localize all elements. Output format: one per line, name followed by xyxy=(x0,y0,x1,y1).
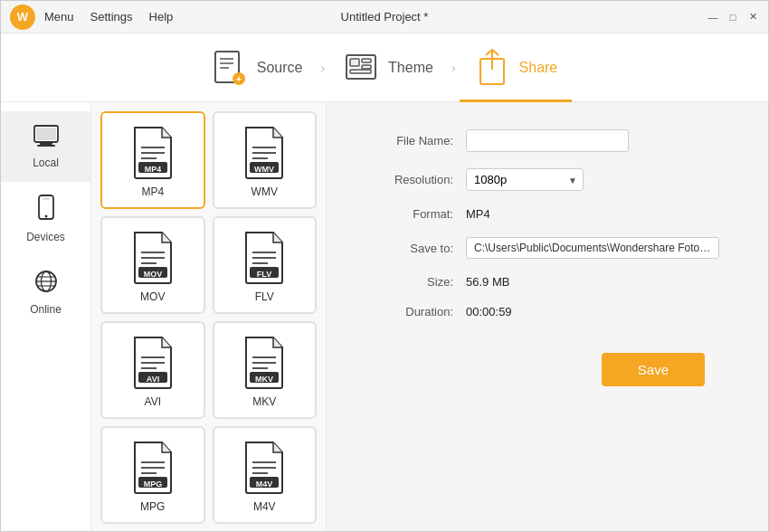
properties-panel: File Name: Resolution: 720p1080p4K ▼ For… xyxy=(327,102,768,532)
format-item-mkv[interactable]: MKV MKV xyxy=(213,321,318,419)
titlebar: W Menu Settings Help Untitled Project * … xyxy=(1,1,768,33)
sidebar-devices-label: Devices xyxy=(26,231,65,243)
duration-label: Duration: xyxy=(363,305,453,318)
size-value: 56.9 MB xyxy=(466,275,509,289)
share-icon xyxy=(474,48,510,88)
svg-text:AVI: AVI xyxy=(147,375,159,384)
format-item-m4v[interactable]: M4V M4V xyxy=(213,426,318,524)
format-label-mov: MOV xyxy=(140,290,165,303)
resolution-select-wrap: 720p1080p4K ▼ xyxy=(466,168,584,191)
file-icon-mkv: MKV xyxy=(241,336,288,390)
svg-rect-16 xyxy=(37,145,55,147)
format-label-mpg: MPG xyxy=(140,500,165,513)
svg-rect-9 xyxy=(362,65,371,69)
arrow-1: › xyxy=(317,61,328,75)
sidebar-local-label: Local xyxy=(33,157,59,169)
window-controls: — □ ✕ xyxy=(707,11,759,24)
close-button[interactable]: ✕ xyxy=(746,11,759,24)
format-label-avi: AVI xyxy=(145,395,161,408)
maximize-button[interactable]: □ xyxy=(726,11,739,24)
step-source-label: Source xyxy=(257,60,303,76)
file-icon-mov: MOV xyxy=(129,231,176,285)
step-share[interactable]: Share xyxy=(460,33,573,102)
devices-icon xyxy=(36,195,56,227)
size-label: Size: xyxy=(363,275,453,289)
file-icon-flv: FLV xyxy=(241,231,288,285)
filename-input[interactable] xyxy=(466,129,629,152)
filename-label: File Name: xyxy=(363,134,453,147)
format-label-wmv: WMV xyxy=(252,185,278,198)
format-area: MP4 MP4 WMV WMV xyxy=(91,102,327,532)
saveto-label: Save to: xyxy=(363,242,453,255)
svg-rect-19 xyxy=(43,198,50,200)
sidebar-item-devices[interactable]: Devices xyxy=(1,182,90,256)
prop-row-size: Size: 56.9 MB xyxy=(363,275,732,289)
resolution-select[interactable]: 720p1080p4K xyxy=(466,168,584,191)
file-icon-mp4: MP4 xyxy=(129,126,176,180)
format-label-mp4: MP4 xyxy=(141,185,164,198)
online-icon xyxy=(33,269,59,299)
format-grid: MP4 MP4 WMV WMV xyxy=(100,111,317,524)
svg-rect-8 xyxy=(362,59,371,62)
local-icon xyxy=(33,124,60,153)
prop-row-resolution: Resolution: 720p1080p4K ▼ xyxy=(363,168,732,191)
step-share-label: Share xyxy=(519,60,558,76)
svg-text:MP4: MP4 xyxy=(144,165,161,174)
saveto-value[interactable]: C:\Users\Public\Documents\Wondershare Fo… xyxy=(466,237,719,259)
window-title: Untitled Project * xyxy=(341,10,429,24)
format-item-flv[interactable]: FLV FLV xyxy=(213,216,318,314)
save-button[interactable]: Save xyxy=(602,353,705,386)
arrow-2: › xyxy=(448,61,460,75)
source-icon: + xyxy=(212,48,248,88)
menu-bar: Menu Settings Help xyxy=(44,10,173,24)
file-icon-avi: AVI xyxy=(129,336,176,390)
svg-text:MOV: MOV xyxy=(143,270,162,279)
file-icon-wmv: WMV xyxy=(241,126,288,180)
sidebar-online-label: Online xyxy=(30,303,62,316)
format-value: MP4 xyxy=(466,207,490,221)
file-icon-mpg: MPG xyxy=(129,441,176,495)
format-item-mp4[interactable]: MP4 MP4 xyxy=(100,111,205,209)
format-scroll[interactable]: MP4 MP4 WMV WMV xyxy=(91,102,326,532)
svg-text:M4V: M4V xyxy=(256,480,273,489)
svg-rect-7 xyxy=(350,59,359,66)
prop-row-filename: File Name: xyxy=(363,129,732,152)
svg-rect-10 xyxy=(350,70,371,73)
format-label-flv: FLV xyxy=(255,290,274,303)
svg-text:WMV: WMV xyxy=(254,165,274,174)
menu-item-settings[interactable]: Settings xyxy=(90,10,133,24)
format-label: Format: xyxy=(363,207,453,221)
prop-row-format: Format: MP4 xyxy=(363,207,732,221)
svg-rect-14 xyxy=(36,128,56,140)
step-source[interactable]: + Source xyxy=(197,33,318,102)
format-label-m4v: M4V xyxy=(253,500,276,513)
resolution-label: Resolution: xyxy=(363,173,453,186)
svg-rect-15 xyxy=(40,142,52,145)
format-label-mkv: MKV xyxy=(252,395,276,408)
sidebar-item-online[interactable]: Online xyxy=(1,256,90,328)
format-item-mov[interactable]: MOV MOV xyxy=(100,216,205,314)
menu-item-menu[interactable]: Menu xyxy=(44,10,74,24)
prop-row-duration: Duration: 00:00:59 xyxy=(363,305,732,318)
prop-row-saveto: Save to: C:\Users\Public\Documents\Wonde… xyxy=(363,237,732,259)
format-item-avi[interactable]: AVI AVI xyxy=(100,321,205,419)
theme-icon xyxy=(343,48,379,88)
format-item-wmv[interactable]: WMV WMV xyxy=(213,111,318,209)
file-icon-m4v: M4V xyxy=(241,441,288,495)
step-bar: + Source › Theme › Share xyxy=(1,33,768,102)
svg-text:+: + xyxy=(236,74,242,84)
main-content: Local Devices On xyxy=(1,102,768,532)
sidebar-item-local[interactable]: Local xyxy=(1,111,90,182)
svg-point-18 xyxy=(44,215,47,218)
format-item-mpg[interactable]: MPG MPG xyxy=(100,426,205,524)
app-logo: W xyxy=(10,5,35,30)
menu-item-help[interactable]: Help xyxy=(149,10,174,24)
sidebar: Local Devices On xyxy=(1,102,91,532)
minimize-button[interactable]: — xyxy=(707,11,719,24)
step-theme-label: Theme xyxy=(388,60,433,76)
step-theme[interactable]: Theme xyxy=(328,33,448,102)
svg-text:FLV: FLV xyxy=(257,270,271,279)
svg-text:MPG: MPG xyxy=(143,480,162,489)
duration-value: 00:00:59 xyxy=(466,305,512,318)
svg-text:MKV: MKV xyxy=(255,375,273,384)
